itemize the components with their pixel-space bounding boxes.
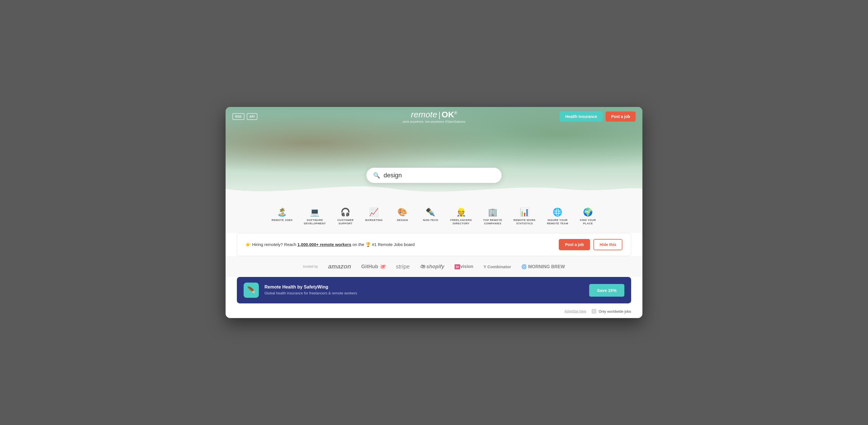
software-label: SOFTWAREDEVELOPMENT bbox=[304, 219, 326, 225]
insure-icon: 🌐 bbox=[553, 208, 562, 216]
nav-item-software[interactable]: 💻 SOFTWAREDEVELOPMENT bbox=[298, 206, 332, 228]
stripe-logo: stripe bbox=[396, 263, 410, 270]
non-tech-icon: ✒️ bbox=[426, 208, 435, 216]
shopify-logo: 🛍 shopify bbox=[420, 264, 444, 270]
health-insurance-button[interactable]: Health Insurance bbox=[560, 111, 603, 122]
hide-button[interactable]: Hide this bbox=[593, 239, 622, 250]
top-companies-icon: 🏢 bbox=[488, 208, 498, 216]
design-icon: 🎨 bbox=[397, 208, 407, 216]
trusted-section: trusted by amazon GitHub 🐙 stripe 🛍 shop… bbox=[225, 256, 643, 277]
safetywing-icon: 🪶 bbox=[247, 286, 255, 294]
nav-item-design[interactable]: 🎨 DESIGN bbox=[389, 206, 416, 228]
post-job-header-button[interactable]: Post a job bbox=[606, 111, 636, 122]
stats-label: REMOTE WORKSTATISTICS bbox=[514, 219, 536, 225]
find-place-label: FIND YOURPLACE bbox=[580, 219, 596, 225]
nav-item-stats[interactable]: 📊 REMOTE WORKSTATISTICS bbox=[508, 206, 541, 228]
search-icon: 🔍 bbox=[373, 172, 380, 179]
customer-support-icon: 🎧 bbox=[341, 208, 350, 216]
design-label: DESIGN bbox=[397, 219, 408, 222]
header-left: RSS API bbox=[232, 113, 257, 120]
nav-item-non-tech[interactable]: ✒️ NON-TECH bbox=[416, 206, 445, 228]
amazon-logo: amazon bbox=[328, 263, 351, 270]
invision-logo: invision bbox=[455, 264, 473, 269]
remote-jobs-label: REMOTE JOBS bbox=[272, 219, 292, 222]
hero-section: RSS API remote|OK® work anywhere, live a… bbox=[225, 107, 643, 197]
trophy-icon: 🏆 bbox=[366, 242, 371, 247]
github-logo: GitHub 🐙 bbox=[361, 263, 386, 270]
header-bar: RSS API remote|OK® work anywhere, live a… bbox=[225, 107, 643, 126]
nav-item-remote-jobs[interactable]: 🏝️ REMOTE JOBS bbox=[266, 206, 298, 228]
nav-item-freelancers[interactable]: 👷 FREELANCERSDIRECTORY bbox=[445, 206, 478, 228]
worldwide-row: Only worldwide jobs bbox=[592, 309, 631, 314]
customer-support-label: CUSTOMERSUPPORT bbox=[337, 219, 354, 225]
top-companies-label: TOP REMOTECOMPANIES bbox=[483, 219, 502, 225]
logo-area: remote|OK® work anywhere, live anywhere … bbox=[402, 110, 465, 123]
worldwide-label: Only worldwide jobs bbox=[598, 309, 631, 314]
logo-ok: OK® bbox=[442, 110, 457, 119]
morningbrew-logo: 🌀 MORNING BREW bbox=[521, 264, 565, 269]
advertise-link[interactable]: Advertise here bbox=[564, 309, 586, 313]
remote-jobs-icon: 🏝️ bbox=[277, 208, 287, 216]
non-tech-label: NON-TECH bbox=[423, 219, 438, 222]
ad-subtitle: Global health insurance for freelancers … bbox=[265, 291, 584, 296]
rss-button[interactable]: RSS bbox=[232, 113, 244, 120]
nav-item-customer-support[interactable]: 🎧 CUSTOMERSUPPORT bbox=[332, 206, 360, 228]
ad-content: Remote Health by SafetyWing Global healt… bbox=[265, 285, 584, 296]
save-button[interactable]: Save 15% bbox=[589, 284, 624, 297]
worldwide-checkbox[interactable] bbox=[592, 309, 596, 314]
marketing-icon: 📈 bbox=[369, 208, 379, 216]
post-job-banner-button[interactable]: Post a job bbox=[559, 239, 590, 250]
ycombinator-logo: Y Combinator bbox=[484, 264, 511, 269]
tagline: work anywhere, live anywhere #OpenSalari… bbox=[402, 120, 465, 123]
browser-window: RSS API remote|OK® work anywhere, live a… bbox=[225, 107, 643, 318]
hiring-text: 👉 Hiring remotely? Reach 1,000,000+ remo… bbox=[246, 242, 555, 247]
software-icon: 💻 bbox=[310, 208, 320, 216]
nav-item-marketing[interactable]: 📈 MARKETING bbox=[360, 206, 389, 228]
ad-logo: 🪶 bbox=[244, 283, 259, 298]
nav-item-insure[interactable]: 🌐 INSURE YOURREMOTE TEAM bbox=[541, 206, 574, 228]
hiring-banner: 👉 Hiring remotely? Reach 1,000,000+ remo… bbox=[237, 233, 631, 256]
search-container: 🔍 bbox=[366, 168, 502, 183]
marketing-label: MARKETING bbox=[365, 219, 383, 222]
api-button[interactable]: API bbox=[247, 113, 257, 120]
insure-label: INSURE YOURREMOTE TEAM bbox=[547, 219, 568, 225]
freelancers-icon: 👷 bbox=[456, 208, 466, 216]
logo[interactable]: remote|OK® bbox=[402, 110, 465, 119]
search-bar: 🔍 bbox=[366, 168, 502, 183]
search-input[interactable] bbox=[383, 172, 495, 179]
trusted-label: trusted by bbox=[303, 265, 318, 268]
hiring-highlight: 1,000,000+ remote workers bbox=[298, 242, 351, 247]
nav-categories: 🏝️ REMOTE JOBS 💻 SOFTWAREDEVELOPMENT 🎧 C… bbox=[225, 197, 643, 233]
hiring-emoji: 👉 bbox=[246, 242, 251, 247]
ad-banner[interactable]: 🪶 Remote Health by SafetyWing Global hea… bbox=[237, 277, 631, 303]
logo-remote: remote bbox=[411, 110, 437, 119]
footer-row: Advertise here Only worldwide jobs bbox=[225, 308, 643, 318]
find-place-icon: 🌍 bbox=[583, 208, 593, 216]
stats-icon: 📊 bbox=[520, 208, 529, 216]
ad-title: Remote Health by SafetyWing bbox=[265, 285, 584, 290]
header-right: Health Insurance Post a job bbox=[560, 111, 636, 122]
nav-item-top-companies[interactable]: 🏢 TOP REMOTECOMPANIES bbox=[478, 206, 508, 228]
freelancers-label: FREELANCERSDIRECTORY bbox=[450, 219, 472, 225]
logo-pipe: | bbox=[438, 110, 440, 119]
nav-item-find-place[interactable]: 🌍 FIND YOURPLACE bbox=[574, 206, 602, 228]
